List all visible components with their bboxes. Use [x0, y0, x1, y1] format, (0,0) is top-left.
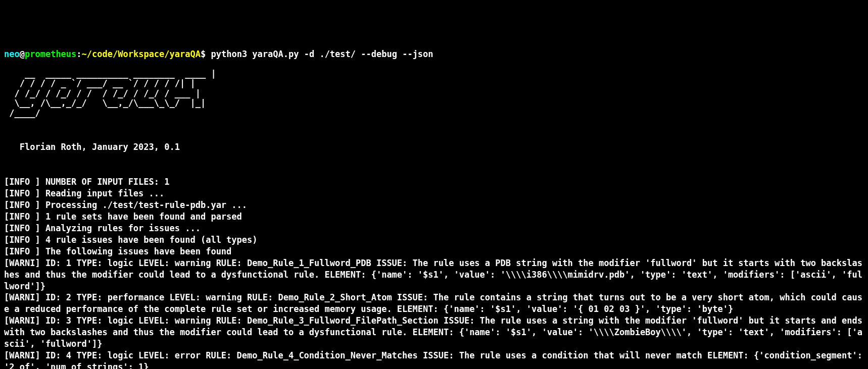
log-line: [WARNI] ID: 1 TYPE: logic LEVEL: warning…: [4, 257, 864, 292]
log-line: [INFO ] NUMBER OF INPUT FILES: 1: [4, 176, 864, 188]
log-line: [INFO ] 1 rule sets have been found and …: [4, 211, 864, 223]
prompt-host: prometheus: [25, 49, 76, 59]
entered-command: python3 yaraQA.py -d ./test/ --debug --j…: [206, 49, 433, 59]
log-line: [WARNI] ID: 2 TYPE: performance LEVEL: w…: [4, 292, 864, 315]
prompt-colon: :: [76, 49, 81, 59]
log-line: [WARNI] ID: 4 TYPE: logic LEVEL: error R…: [4, 350, 864, 369]
byline: Florian Roth, January 2023, 0.1: [4, 141, 864, 153]
log-line: [INFO ] Analyzing rules for issues ...: [4, 223, 864, 234]
log-line: [INFO ] The following issues have been f…: [4, 246, 864, 257]
prompt-path: ~/code/Workspace/yaraQA: [82, 49, 201, 59]
log-line: [INFO ] Reading input files ...: [4, 188, 864, 199]
log-line: [INFO ] 4 rule issues have been found (a…: [4, 234, 864, 246]
prompt-dollar: $: [201, 49, 206, 59]
shell-prompt: neo@prometheus:~/code/Workspace/yaraQA$ …: [4, 49, 433, 59]
log-output: [INFO ] NUMBER OF INPUT FILES: 1[INFO ] …: [4, 176, 864, 369]
prompt-user: neo: [4, 49, 20, 59]
ascii-banner: __ _____ __________ ________ ____ | / / …: [4, 69, 864, 119]
log-line: [WARNI] ID: 3 TYPE: logic LEVEL: warning…: [4, 315, 864, 350]
terminal-output[interactable]: neo@prometheus:~/code/Workspace/yaraQA$ …: [4, 48, 864, 369]
log-line: [INFO ] Processing ./test/test-rule-pdb.…: [4, 199, 864, 211]
prompt-at: @: [20, 49, 25, 59]
